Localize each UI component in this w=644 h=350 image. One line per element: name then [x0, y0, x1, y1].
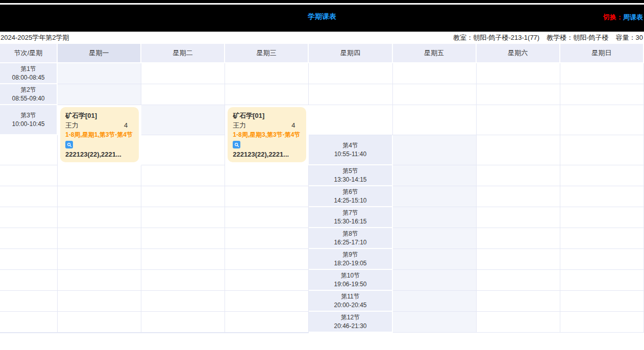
course-schedule: 1-8周,星期1,第3节-第4节 — [65, 130, 134, 140]
course-title: 矿石学[01] — [233, 111, 301, 120]
period-name: 第6节 — [342, 188, 358, 196]
course-icon-row — [233, 140, 301, 149]
course-card-wednesday[interactable]: 矿石学[01]王力41-8周,星期3,第3节-第4节222123(22),222… — [228, 107, 306, 162]
period-time: 16:25-17:10 — [334, 238, 366, 247]
timetable-cell-friday-p6 — [58, 207, 141, 228]
timetable-cell-saturday-p6 — [141, 207, 225, 228]
timetable-cell-thursday-p6 — [0, 207, 58, 228]
timetable-cell-friday-p4 — [58, 165, 141, 186]
timetable-cell-tuesday-p4 — [477, 135, 560, 165]
course-hours: 4 — [291, 120, 301, 130]
timetable-cell-monday-p7 — [393, 207, 477, 228]
timetable-cell-tuesday-p11 — [477, 291, 560, 312]
timetable-cell-thursday-p11 — [0, 312, 58, 333]
period-name: 第1节 — [20, 65, 36, 73]
timetable-cell-sunday-p12 — [225, 333, 309, 333]
period-time: 08:00-08:45 — [12, 73, 44, 82]
building-value: 朝阳-鸽子楼 — [573, 34, 608, 41]
timetable-cell-monday-p1 — [58, 63, 141, 84]
timetable-cell-thursday-p7 — [0, 228, 58, 249]
timetable-cell-monday-p4 — [393, 135, 477, 165]
timetable-cell-wednesday-p12 — [560, 312, 644, 333]
period-time: 08:55-09:40 — [12, 94, 44, 103]
course-teacher-row: 王力4 — [65, 120, 134, 130]
period-cell-12: 第12节20:46-21:30 — [309, 312, 392, 333]
timetable-cell-saturday-p12 — [141, 333, 225, 333]
capacity-value: 30 — [636, 34, 643, 41]
timetable-cell-friday-p12 — [58, 333, 141, 333]
view-switcher: 切换：周课表 — [603, 13, 643, 22]
timetable-cell-tuesday-p9 — [477, 249, 560, 270]
period-time: 13:30-14:15 — [334, 176, 366, 184]
timetable-cell-saturday-p2 — [477, 84, 560, 105]
room-info: 教室：朝阳-鸽子楼-213-1(77) 教学楼：朝阳-鸽子楼 容量：30 — [453, 33, 643, 42]
period-time: 10:55-11:40 — [334, 150, 366, 159]
timetable-cell-saturday-p11 — [141, 312, 225, 333]
timetable-cell-sunday-p5 — [225, 186, 309, 207]
timetable-cell-wednesday-p8 — [560, 228, 644, 249]
timetable-cell-monday-p12 — [393, 312, 477, 333]
course-schedule: 1-8周,星期3,第3节-第4节 — [233, 130, 301, 140]
room-label: 教室： — [453, 34, 473, 41]
timetable-cell-thursday-p2 — [309, 84, 392, 105]
switch-week-view-link[interactable]: 周课表 — [623, 13, 643, 21]
period-time: 20:46-21:30 — [334, 322, 366, 331]
period-cell-9: 第9节18:20-19:05 — [309, 249, 392, 270]
building-label: 教学楼： — [547, 34, 573, 41]
timetable-cell-sunday-p1 — [560, 63, 644, 84]
room-value: 朝阳-鸽子楼-213-1(77) — [473, 34, 539, 41]
timetable-cell-thursday-p5 — [0, 186, 58, 207]
period-name: 第8节 — [342, 230, 358, 238]
period-time: 20:00-20:45 — [334, 301, 366, 310]
timetable-cell-saturday-p3 — [0, 135, 58, 165]
timetable-cell-monday-p2 — [58, 84, 141, 105]
magnifier-icon[interactable] — [65, 141, 73, 148]
timetable-cell-monday-p5 — [393, 165, 477, 186]
timetable-cell-wednesday-p1 — [225, 63, 309, 84]
building-field: 教学楼：朝阳-鸽子楼 — [547, 33, 608, 42]
timetable-cell-tuesday-p3 — [309, 105, 392, 135]
course-icon-row — [65, 140, 134, 149]
timetable-cell-tuesday-p7 — [477, 207, 560, 228]
timetable-cell-sunday-p2 — [560, 84, 644, 105]
timetable-grid: 节次/星期星期一星期二星期三星期四星期五星期六星期日第1节08:00-08:45… — [0, 44, 644, 333]
day-header-wednesday: 星期三 — [225, 44, 309, 63]
day-header-saturday: 星期六 — [477, 44, 560, 63]
timetable-cell-sunday-p9 — [225, 270, 309, 291]
timetable-cell-thursday-p4 — [0, 165, 58, 186]
timetable-cell-friday-p1 — [393, 63, 477, 84]
period-name: 第12节 — [341, 313, 360, 322]
period-cell-11: 第11节20:00-20:45 — [309, 291, 392, 312]
timetable-cell-tuesday-p6 — [477, 186, 560, 207]
timetable-cell-thursday-p9 — [0, 270, 58, 291]
timetable-cell-saturday-p7 — [141, 228, 225, 249]
timetable-cell-friday-p9 — [58, 270, 141, 291]
corner-header: 节次/星期 — [0, 44, 58, 63]
course-hours: 4 — [124, 120, 134, 130]
app-header: 学期课表 切换：周课表 — [0, 5, 644, 32]
timetable-cell-monday-p9 — [393, 249, 477, 270]
course-title: 矿石学[01] — [65, 111, 134, 120]
timetable-cell-sunday-p8 — [225, 249, 309, 270]
course-card-monday[interactable]: 矿石学[01]王力41-8周,星期1,第3节-第4节222123(22),222… — [60, 107, 139, 162]
timetable-cell-tuesday-p1 — [141, 63, 225, 84]
page: 学期课表 切换：周课表 2024-2025学年第2学期 教室：朝阳-鸽子楼-21… — [0, 0, 644, 333]
day-header-thursday: 星期四 — [309, 44, 392, 63]
timetable-cell-thursday-p1 — [309, 63, 392, 84]
capacity-label: 容量： — [616, 34, 636, 41]
course-classes: 222123(22),2221... — [65, 149, 134, 159]
course-teacher-row: 王力4 — [233, 120, 301, 130]
course-teacher: 王力 — [65, 120, 79, 130]
timetable-cell-saturday-p9 — [141, 270, 225, 291]
day-header-friday: 星期五 — [393, 44, 477, 63]
timetable-cell-monday-p10 — [393, 270, 477, 291]
period-cell-1: 第1节08:00-08:45 — [0, 63, 58, 84]
page-title: 学期课表 — [0, 12, 644, 21]
timetable-cell-saturday-p4 — [141, 165, 225, 186]
timetable-cell-tuesday-p12 — [477, 312, 560, 333]
timetable-cell-thursday-p3 — [477, 105, 560, 135]
magnifier-glyph — [234, 142, 239, 147]
timetable-cell-monday-p3 — [141, 105, 225, 135]
magnifier-icon[interactable] — [233, 141, 240, 148]
period-time: 14:25-15:10 — [334, 196, 366, 205]
